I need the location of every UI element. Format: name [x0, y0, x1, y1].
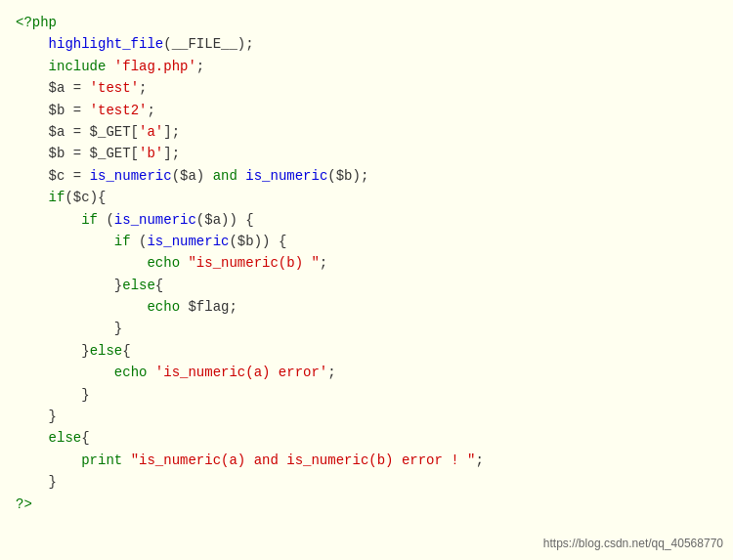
code-line-9: if($c){ — [16, 187, 717, 208]
code-line-11: if (is_numeric($b)) { — [16, 231, 717, 252]
code-line-18: echo 'is_numeric(a) error'; — [16, 362, 717, 383]
code-line-23: } — [16, 471, 717, 493]
code-line-17: }else{ — [16, 340, 717, 362]
code-line-15: } — [16, 318, 717, 339]
code-line-2: highlight_file(__FILE__); — [16, 33, 717, 55]
code-line-22: print "is_numeric(a) and is_numeric(b) e… — [16, 450, 717, 471]
code-line-12: echo "is_numeric(b) "; — [16, 252, 717, 274]
code-line-21: else{ — [16, 427, 717, 449]
code-line-20: } — [16, 406, 717, 427]
code-line-8: $c = is_numeric($a) and is_numeric($b); — [16, 165, 717, 187]
code-line-5: $b = 'test2'; — [16, 100, 717, 121]
code-line-4: $a = 'test'; — [16, 77, 717, 99]
code-line-14: echo $flag; — [16, 296, 717, 318]
code-container: <?php highlight_file(__FILE__); include … — [0, 0, 733, 560]
code-line-7: $b = $_GET['b']; — [16, 143, 717, 164]
code-line-13: }else{ — [16, 275, 717, 296]
code-line-1: <?php — [16, 12, 717, 33]
code-line-10: if (is_numeric($a)) { — [16, 209, 717, 231]
watermark: https://blog.csdn.net/qq_40568770 — [543, 537, 723, 550]
code-line-3: include 'flag.php'; — [16, 56, 717, 77]
code-line-19: } — [16, 384, 717, 406]
code-line-6: $a = $_GET['a']; — [16, 121, 717, 143]
code-line-24: ?> — [16, 494, 717, 515]
